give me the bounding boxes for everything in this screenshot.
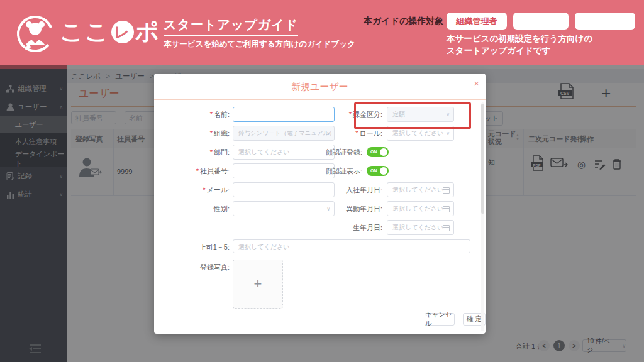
birth-date-placeholder: 選択してください	[392, 223, 443, 232]
calendar-icon	[443, 225, 450, 231]
face-register-toggle[interactable]: ON	[367, 147, 389, 157]
toggle-knob	[380, 148, 387, 156]
audience-badge-2	[513, 13, 569, 30]
toggle-on-label: ON	[370, 150, 377, 155]
app-logo: ここ レ ポ	[60, 16, 160, 48]
birth-date-label: 生年月日:	[311, 220, 382, 235]
gender-label: 性別:	[154, 201, 230, 216]
name-label: *名前:	[154, 107, 230, 122]
modal-scrollbar[interactable]	[481, 102, 484, 331]
face-display-toggle[interactable]: ON	[367, 166, 389, 176]
guide-title[interactable]: スタートアップガイド	[164, 16, 298, 36]
supervisor-label: 上司1－5:	[154, 239, 230, 255]
email-label: *メール:	[154, 182, 230, 197]
guide-subtitle: 本サービスを始めてご利用する方向けのガイドブック	[164, 39, 355, 50]
audience-badge-3	[575, 13, 635, 30]
new-user-modal: 新規ユーザー × *名前: *課金区分: 定額 ∨ *組織: 鈴与シンワート（電…	[154, 74, 486, 334]
logo-text-2: ポ	[135, 16, 160, 48]
billing-highlight-annotation	[354, 102, 471, 129]
transfer-date-label: 異動年月日:	[311, 201, 382, 216]
calendar-icon	[443, 206, 450, 212]
hire-date-label: 入社年月日:	[311, 182, 382, 197]
chevron-down-icon: ∨	[446, 131, 450, 136]
calendar-icon	[443, 187, 450, 194]
org-label: *組織:	[154, 126, 230, 141]
transfer-date-picker[interactable]: 選択してください	[387, 201, 454, 216]
guide-desc-line1: 本サービスの初期設定を行う方向けの	[447, 33, 592, 45]
hire-date-placeholder: 選択してください	[392, 185, 443, 194]
mascot-icon	[15, 14, 55, 54]
photo-label: 登録写真:	[154, 260, 230, 275]
role-placeholder: 選択してください	[392, 129, 443, 138]
photo-upload-box[interactable]: +	[233, 260, 283, 309]
modal-header: 新規ユーザー ×	[154, 74, 486, 100]
hire-date-picker[interactable]: 選択してください	[387, 182, 454, 197]
dept-label: *部門:	[154, 145, 230, 160]
dept-placeholder: 選択してください	[238, 148, 289, 156]
close-icon[interactable]: ×	[474, 78, 479, 89]
toggle-on-label: ON	[370, 168, 377, 173]
audience-badge-org-admin: 組織管理者	[447, 13, 507, 30]
transfer-date-placeholder: 選択してください	[392, 204, 443, 213]
audience-label: 本ガイドの操作対象	[364, 16, 443, 27]
guide-desc-line2: スタートアップガイドです	[447, 45, 550, 57]
toggle-knob	[380, 167, 387, 175]
guide-banner: ここ レ ポ スタートアップガイド 本サービスを始めてご利用する方向けのガイドブ…	[0, 0, 644, 65]
screen: ここ レ ポ スタートアップガイド 本サービスを始めてご利用する方向けのガイドブ…	[0, 0, 644, 362]
face-display-label: 顔認証表示:	[289, 163, 362, 178]
face-register-label: 顔認証登録:	[289, 145, 362, 160]
birth-date-picker[interactable]: 選択してください	[387, 220, 454, 235]
logo-circle: レ	[111, 21, 134, 43]
supervisor-input[interactable]	[233, 239, 470, 253]
logo-text-1: ここ	[60, 16, 110, 48]
modal-title: 新規ユーザー	[154, 81, 486, 93]
plus-icon: +	[254, 276, 262, 292]
cancel-button[interactable]: キャンセル	[425, 313, 455, 326]
employee-no-label: *社員番号:	[154, 163, 230, 178]
